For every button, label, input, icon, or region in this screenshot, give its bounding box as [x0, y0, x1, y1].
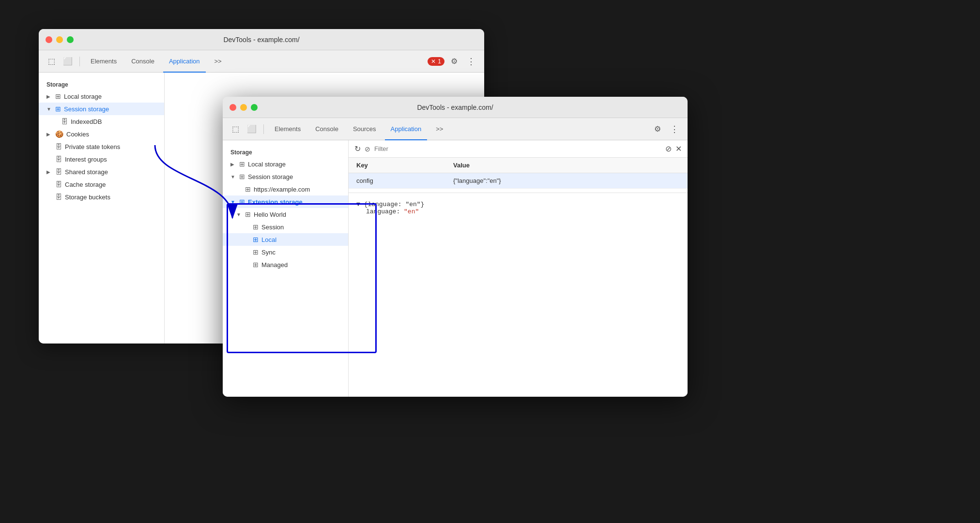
front-toolbar: ⬚ ⬜ Elements Console Sources Application…: [223, 118, 688, 140]
front-session-label: Session storage: [248, 173, 293, 180]
back-idb-label: IndexedDB: [71, 118, 102, 125]
front-example-url[interactable]: ⊞ https://example.com: [223, 183, 348, 195]
back-sb-icon: 🗄: [55, 193, 62, 201]
back-sb-label: Storage buckets: [65, 194, 110, 201]
front-session-storage[interactable]: ▼ ⊞ Session storage: [223, 170, 348, 183]
back-error-icon: ✕: [431, 58, 436, 65]
back-device-icon[interactable]: ⬜: [61, 55, 75, 68]
front-local-item[interactable]: ⊞ Local: [223, 233, 348, 246]
front-hw-arrow: ▼: [236, 212, 242, 217]
back-error-badge: ✕ 1: [428, 57, 444, 66]
back-private-tokens[interactable]: 🗄 Private state tokens: [39, 140, 164, 153]
back-cs-icon: 🗄: [55, 180, 62, 188]
front-titlebar: DevTools - example.com/: [223, 97, 688, 118]
front-title: DevTools - example.com/: [417, 104, 493, 111]
front-session-arrow: ▼: [230, 174, 236, 179]
back-max-btn[interactable]: [67, 36, 74, 43]
front-ext-arrow: ▼: [230, 199, 236, 205]
front-more-btn[interactable]: ⋮: [667, 122, 682, 136]
front-filter-icon: ⊘: [365, 145, 370, 153]
front-li-label: Local: [261, 236, 276, 243]
front-li-icon: ⊞: [253, 236, 259, 243]
back-inspect-icon[interactable]: ⬚: [45, 55, 58, 68]
front-managed-item[interactable]: ⊞ Managed: [223, 258, 348, 271]
back-ig-label: Interest groups: [65, 156, 107, 163]
front-toolbar-sep: [263, 124, 264, 134]
front-json-lang-key: language:: [366, 208, 400, 215]
back-local-label: Local storage: [64, 93, 102, 100]
front-extension-storage[interactable]: ▼ ⊞ Extension storage: [223, 195, 348, 208]
back-error-count: 1: [438, 58, 441, 65]
front-tab-sources[interactable]: Sources: [347, 118, 382, 140]
front-hello-world[interactable]: ▼ ⊞ Hello World: [223, 208, 348, 221]
front-window-controls[interactable]: [230, 104, 258, 111]
front-min-btn[interactable]: [240, 104, 247, 111]
front-refresh-btn[interactable]: ↻: [354, 144, 361, 153]
front-kv-table: Key Value config {"language":"en"}: [349, 158, 688, 189]
front-inspect-icon[interactable]: ⬚: [229, 122, 242, 136]
back-local-arrow: ▶: [46, 94, 52, 99]
front-close-btn[interactable]: [230, 104, 236, 111]
back-min-btn[interactable]: [56, 36, 63, 43]
back-more-btn[interactable]: ⋮: [464, 54, 478, 69]
front-session-item[interactable]: ⊞ Session: [223, 221, 348, 233]
back-tab-elements[interactable]: Elements: [85, 50, 122, 73]
back-window-controls[interactable]: [46, 36, 74, 43]
back-interest-groups[interactable]: 🗄 Interest groups: [39, 153, 164, 165]
back-shared-storage[interactable]: ▶ 🗄 Shared storage: [39, 165, 164, 178]
front-managed-label: Managed: [261, 261, 288, 269]
front-filter-close-icon[interactable]: ✕: [675, 144, 682, 153]
back-local-storage[interactable]: ▶ ⊞ Local storage: [39, 90, 164, 103]
front-row-key: config: [349, 173, 445, 189]
front-url-icon: ⊞: [245, 185, 251, 193]
front-url-label: https://example.com: [254, 186, 310, 193]
back-tab-more[interactable]: >>: [209, 50, 228, 73]
back-cookies-arrow: ▶: [46, 132, 52, 137]
front-json-preview: ▼ {language: "en"} language: "en": [349, 193, 688, 223]
back-pt-icon: 🗄: [55, 143, 62, 150]
front-tab-application[interactable]: Application: [385, 118, 428, 140]
table-row[interactable]: config {"language":"en"}: [349, 173, 688, 189]
front-local-label: Local storage: [248, 161, 286, 168]
front-local-arrow: ▶: [230, 162, 236, 167]
back-ss-icon: 🗄: [55, 168, 62, 176]
front-tab-console[interactable]: Console: [309, 118, 344, 140]
front-filter-clear-icon[interactable]: ⊘: [665, 144, 672, 153]
back-indexeddb[interactable]: 🗄 IndexedDB: [39, 115, 164, 128]
front-si-label: Session: [261, 224, 284, 231]
front-col-value: Value: [445, 158, 688, 173]
back-tab-application[interactable]: Application: [163, 50, 206, 73]
front-max-btn[interactable]: [251, 104, 258, 111]
back-close-btn[interactable]: [46, 36, 52, 43]
front-tab-more[interactable]: >>: [430, 118, 449, 140]
front-device-icon[interactable]: ⬜: [245, 122, 259, 136]
front-tab-elements[interactable]: Elements: [269, 118, 306, 140]
front-filter-input[interactable]: [374, 145, 661, 152]
back-storage-label: Storage: [39, 77, 164, 90]
front-local-storage[interactable]: ▶ ⊞ Local storage: [223, 158, 348, 170]
front-local-icon: ⊞: [239, 160, 245, 168]
front-settings-icon[interactable]: ⚙: [651, 122, 664, 136]
back-storage-buckets[interactable]: 🗄 Storage buckets: [39, 191, 164, 203]
back-toolbar-sep: [79, 57, 80, 66]
back-cookies[interactable]: ▶ 🍪 Cookies: [39, 128, 164, 140]
front-main: ↻ ⊘ ⊘ ✕ Key Value config: [349, 140, 688, 397]
back-cache-storage[interactable]: 🗄 Cache storage: [39, 178, 164, 191]
front-filter-actions: ⊘ ✕: [665, 144, 682, 153]
back-session-storage[interactable]: ▼ ⊞ Session storage: [39, 103, 164, 115]
back-ss-label: Shared storage: [65, 168, 108, 176]
front-sidebar: Storage ▶ ⊞ Local storage ▼ ⊞ Session st…: [223, 140, 349, 397]
front-sync-icon: ⊞: [253, 248, 259, 256]
back-titlebar: DevTools - example.com/: [39, 29, 484, 50]
back-session-icon: ⊞: [55, 105, 61, 113]
front-json-lang: language: "en": [366, 208, 680, 215]
front-si-icon: ⊞: [253, 223, 259, 231]
back-tab-console[interactable]: Console: [125, 50, 160, 73]
front-col-key: Key: [349, 158, 445, 173]
front-table-head: Key Value: [349, 158, 688, 173]
front-ext-label: Extension storage: [248, 198, 303, 206]
back-ss-arrow: ▶: [46, 169, 52, 175]
back-settings-icon[interactable]: ⚙: [447, 55, 461, 68]
front-sync-item[interactable]: ⊞ Sync: [223, 246, 348, 258]
front-json-lang-value: "en": [404, 208, 419, 215]
